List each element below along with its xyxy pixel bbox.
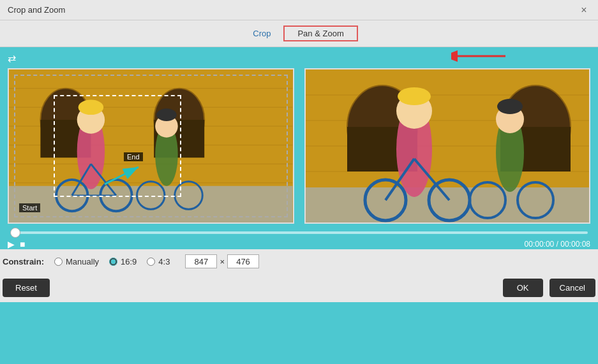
radio-manually-label: Manually [66,257,99,266]
radio-4-3[interactable] [147,258,155,266]
size-separator: × [220,257,225,266]
radio-16-9-label: 16:9 [121,257,137,266]
pan-arrow [101,162,146,189]
svg-point-15 [77,113,105,189]
play-button[interactable]: ▶ [8,239,15,249]
svg-point-10 [40,89,91,152]
ok-cancel-group: OK Cancel [503,279,595,297]
height-input[interactable] [227,254,259,268]
radio-manually[interactable] [54,258,63,266]
scrubber-track[interactable] [10,231,588,234]
main-content: ⇄ [0,47,598,249]
svg-point-43 [398,87,431,105]
radio-16-9-group[interactable]: 16:9 [109,257,137,266]
radio-16-9[interactable] [109,258,117,266]
tab-crop[interactable]: Crop [240,26,283,41]
action-row: Reset OK Cancel [0,273,598,302]
svg-point-16 [77,106,105,133]
reset-button[interactable]: Reset [3,279,50,297]
outer-selection [14,75,288,217]
ok-button[interactable]: OK [503,279,543,297]
window-title: Crop and Zoom [8,5,65,15]
tab-pan-zoom[interactable]: Pan & Zoom [283,25,357,41]
playback-buttons: ▶ ■ [8,239,25,249]
close-button[interactable]: × [578,4,590,17]
svg-rect-12 [40,120,91,157]
width-input[interactable] [185,254,217,268]
start-label: Start [19,203,40,212]
scrubber-handle[interactable] [10,228,20,238]
constrain-label: Constrain: [3,257,44,266]
images-row: Start End [8,68,590,224]
source-image: Start End [9,69,293,222]
timecode-display: 00:00:00 / 00:00:08 [525,240,590,249]
svg-point-25 [156,108,177,121]
timeline-row [8,231,590,234]
size-inputs: × [185,254,259,268]
radio-4-3-group[interactable]: 4:3 [147,257,170,266]
source-image-container: Start End [8,68,294,224]
constrain-row: Constrain: Manually 16:9 4:3 × [0,249,598,273]
svg-point-27 [175,182,202,209]
svg-point-24 [155,115,178,138]
preview-image-container [304,68,591,224]
end-label: End [124,152,143,161]
tabs-area: Crop Pan & Zoom [0,20,598,47]
playback-row: ▶ ■ 00:00:00 / 00:00:08 [8,239,590,249]
stop-button[interactable]: ■ [20,239,25,249]
annotation-arrow [451,47,509,68]
svg-point-11 [154,89,204,152]
bottom-controls: ▶ ■ 00:00:00 / 00:00:08 [8,231,590,249]
title-bar: Crop and Zoom × [0,0,598,20]
radio-manually-group[interactable]: Manually [54,257,99,266]
svg-line-29 [105,167,138,184]
svg-point-50 [497,99,523,114]
cancel-button[interactable]: Cancel [549,279,595,297]
svg-rect-2 [9,69,292,223]
svg-point-18 [56,180,87,211]
svg-rect-13 [154,120,204,157]
svg-rect-40 [306,187,591,224]
radio-4-3-label: 4:3 [158,257,170,266]
svg-point-17 [78,99,104,115]
svg-point-23 [155,123,178,186]
svg-line-20 [72,164,91,195]
svg-rect-14 [9,186,292,223]
